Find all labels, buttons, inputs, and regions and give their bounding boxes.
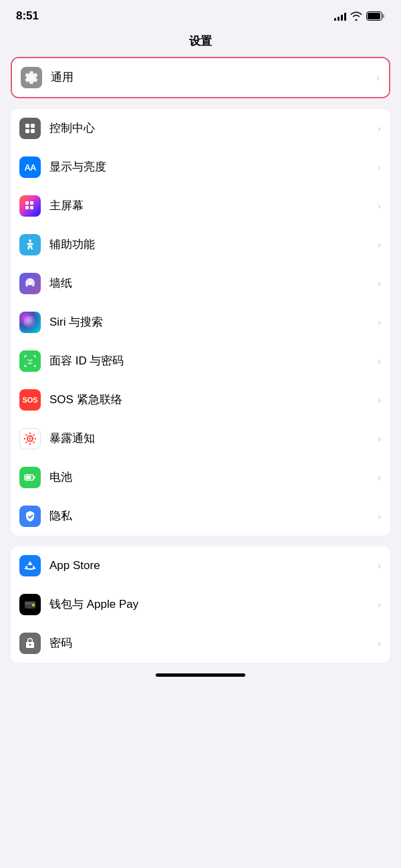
svg-point-22 [33, 434, 34, 435]
exposure-icon [19, 428, 41, 449]
faceid-label: 面容 ID 与密码 [49, 354, 374, 368]
chevron-icon: › [378, 511, 381, 522]
settings-row-faceid[interactable]: 面容 ID 与密码 › [11, 342, 390, 381]
svg-point-18 [29, 443, 31, 445]
faceid-icon [19, 350, 41, 372]
chevron-icon: › [376, 72, 380, 83]
sos-label: SOS 紧急联络 [49, 393, 374, 407]
svg-rect-4 [31, 124, 35, 128]
control-center-label: 控制中心 [49, 121, 374, 136]
svg-point-16 [29, 438, 31, 440]
signal-icon [334, 11, 346, 21]
accessibility-label: 辅助功能 [49, 237, 374, 252]
control-center-icon [19, 118, 41, 139]
svg-point-19 [24, 438, 25, 439]
chevron-icon: › [378, 162, 381, 173]
gear-icon [21, 67, 42, 88]
chevron-icon: › [378, 239, 381, 250]
svg-rect-7 [25, 201, 29, 205]
svg-rect-30 [32, 605, 35, 607]
settings-row-wallet[interactable]: 钱包与 Apple Pay › [11, 585, 390, 624]
appstore-label: App Store [49, 558, 374, 573]
chevron-icon: › [378, 599, 381, 610]
settings-row-battery[interactable]: 电池 › [11, 458, 390, 497]
settings-row-password[interactable]: 密码 › [11, 624, 390, 663]
wallet-label: 钱包与 Apple Pay [49, 597, 374, 612]
home-screen-label: 主屏幕 [49, 199, 374, 213]
page-title: 设置 [0, 28, 401, 57]
display-icon: AA [19, 156, 41, 178]
settings-row-accessibility[interactable]: 辅助功能 › [11, 225, 390, 264]
status-time: 8:51 [16, 9, 39, 23]
svg-rect-8 [30, 201, 33, 205]
battery-settings-icon [19, 467, 41, 488]
svg-point-24 [33, 441, 34, 443]
chevron-icon: › [378, 560, 381, 571]
chevron-icon: › [378, 395, 381, 405]
store-section: App Store › 钱包与 Apple Pay › [11, 546, 390, 663]
exposure-label: 暴露通知 [49, 431, 374, 446]
wallpaper-label: 墙纸 [49, 276, 374, 291]
chevron-icon: › [378, 472, 381, 483]
settings-row-privacy[interactable]: 隐私 › [11, 497, 390, 536]
settings-row-general[interactable]: 通用 › [12, 58, 389, 97]
privacy-icon [19, 506, 41, 527]
svg-rect-26 [34, 477, 36, 479]
chevron-icon: › [378, 123, 381, 134]
battery-icon [366, 11, 385, 21]
password-icon [19, 633, 41, 654]
settings-row-siri[interactable]: Siri 与搜索 › [11, 303, 390, 342]
svg-point-14 [31, 360, 33, 361]
status-icons [334, 11, 385, 21]
svg-rect-1 [382, 14, 384, 18]
svg-rect-5 [25, 129, 29, 133]
privacy-label: 隐私 [49, 509, 374, 524]
svg-rect-10 [30, 206, 33, 209]
status-bar: 8:51 [0, 0, 401, 28]
chevron-icon: › [378, 433, 381, 444]
chevron-icon: › [378, 278, 381, 289]
settings-row-sos[interactable]: SOS SOS 紧急联络 › [11, 381, 390, 419]
svg-rect-6 [31, 129, 35, 133]
settings-row-control-center[interactable]: 控制中心 › [11, 109, 390, 148]
chevron-icon: › [378, 317, 381, 328]
svg-point-23 [25, 441, 27, 443]
accessibility-icon [19, 234, 41, 255]
svg-point-13 [28, 360, 29, 361]
siri-icon [19, 312, 41, 333]
chevron-icon: › [378, 356, 381, 366]
general-section: 通用 › [11, 57, 390, 98]
wallpaper-icon [19, 273, 41, 294]
display-section: 控制中心 › AA 显示与亮度 › 主屏幕 › [11, 109, 390, 536]
siri-label: Siri 与搜索 [49, 315, 374, 330]
password-label: 密码 [49, 636, 374, 651]
display-label: 显示与亮度 [49, 160, 374, 175]
chevron-icon: › [378, 201, 381, 211]
settings-row-wallpaper[interactable]: 墙纸 › [11, 264, 390, 303]
general-label: 通用 [51, 70, 372, 85]
wifi-icon [350, 11, 362, 21]
svg-rect-3 [25, 124, 29, 128]
svg-point-20 [35, 438, 36, 439]
svg-rect-27 [26, 476, 31, 479]
settings-row-appstore[interactable]: App Store › [11, 546, 390, 585]
svg-point-11 [29, 239, 31, 242]
svg-rect-2 [368, 13, 380, 19]
sos-icon: SOS [19, 389, 41, 411]
home-indicator [156, 673, 245, 677]
settings-row-display[interactable]: AA 显示与亮度 › [11, 148, 390, 187]
svg-rect-9 [25, 206, 29, 209]
chevron-icon: › [378, 638, 381, 649]
wallet-icon [19, 594, 41, 615]
settings-row-home-screen[interactable]: 主屏幕 › [11, 187, 390, 225]
battery-label: 电池 [49, 470, 374, 485]
appstore-icon [19, 555, 41, 576]
settings-row-exposure[interactable]: 暴露通知 › [11, 419, 390, 458]
svg-point-17 [29, 433, 31, 434]
svg-point-21 [25, 434, 27, 435]
home-screen-icon [19, 195, 41, 217]
